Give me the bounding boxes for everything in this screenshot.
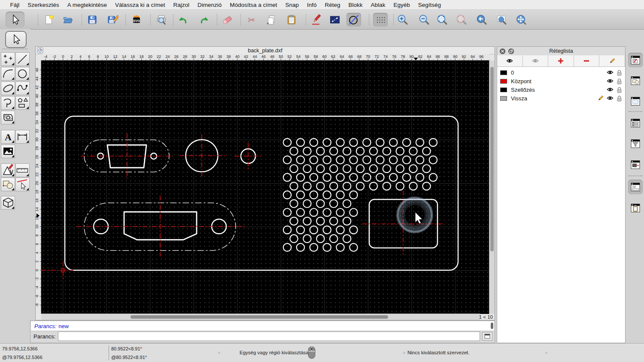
menu-m-dos-tsa-a-c-met[interactable]: Módosítsa a címet [226,2,281,8]
redo-icon[interactable] [197,13,212,27]
menu-ablak[interactable]: Ablak [367,2,389,8]
zoom-out-icon[interactable] [417,13,431,27]
hatch-tool[interactable] [1,111,15,124]
new-document-icon[interactable] [42,13,56,27]
palette-select-button[interactable] [5,31,27,48]
menu-seg-ts-g[interactable]: Segítség [414,2,445,8]
dimension-tool[interactable] [15,130,30,144]
grid-icon[interactable] [373,13,388,27]
draw-pencil-icon[interactable] [309,13,324,27]
layer-visibility-eye-icon[interactable] [607,96,614,101]
menu-inf-[interactable]: Infó [303,2,321,8]
library-browser-dock[interactable] [628,94,643,109]
zoom-selection-icon [454,13,469,27]
entity-list-dock[interactable] [628,116,643,130]
menu-r-teg[interactable]: Réteg [321,2,344,8]
filter-dock[interactable] [628,136,643,151]
polygon-tool[interactable] [15,96,30,110]
command-history-scrollbar[interactable] [491,323,493,329]
pan-icon[interactable] [514,13,529,27]
command-options-button[interactable] [482,332,492,341]
remove-layer-icon[interactable] [574,55,600,66]
svg-text:✂: ✂ [248,15,255,25]
menu-dimenzi-[interactable]: Dimenzió [193,2,225,8]
polyline-tool[interactable] [1,96,15,110]
zoom-previous-icon[interactable] [474,13,489,27]
menu-egy-b[interactable]: Egyéb [389,2,414,8]
layer-lock-icon[interactable] [617,78,622,84]
undo-icon[interactable] [175,13,190,27]
show-all-eye-icon[interactable] [497,55,523,66]
horizontal-ruler: -4-2024681012141618202224262830323436384… [41,54,490,60]
misc-tools[interactable] [1,163,15,177]
command-input[interactable] [58,332,480,341]
trim-tool[interactable] [15,178,30,191]
layer-visibility-eye-icon[interactable] [607,78,614,84]
svg-export-icon[interactable]: SVG [129,13,144,27]
drawing-canvas[interactable] [41,60,490,314]
menu-snap[interactable]: Snap [281,2,303,8]
svg-text:26: 26 [174,54,179,59]
submenu-corner-icon [12,121,14,124]
points-tool[interactable] [1,52,15,66]
cube-3d-tool[interactable] [1,196,15,210]
layer-row[interactable]: 0 [497,68,625,77]
zoom-extents-icon[interactable] [435,13,450,27]
vertical-scrollbar-thumb[interactable] [490,67,494,251]
zoom-window-icon[interactable] [494,13,509,27]
zoom-in-icon[interactable] [395,13,410,27]
lights-dock[interactable] [628,157,643,172]
svg-text:10: 10 [36,224,39,229]
horizontal-scrollbar-thumb[interactable] [131,315,388,319]
add-layer-icon[interactable] [548,55,574,66]
clipboard-dock[interactable] [628,201,643,215]
modify-tool[interactable] [1,178,15,191]
save-icon[interactable] [85,13,100,27]
close-icon[interactable] [499,48,506,54]
open-file-icon[interactable] [61,13,75,27]
menu-v-lassza-ki-a-c-met[interactable]: Válassza ki a címet [111,2,169,8]
measure-ruler-tool[interactable] [15,163,30,177]
save-as-icon[interactable] [106,13,120,27]
layer-lock-icon[interactable] [617,87,622,93]
text-tool[interactable]: A [1,130,15,144]
paste-icon[interactable] [284,13,299,27]
layer-row[interactable]: Vissza [497,94,625,103]
edit-layer-icon[interactable] [599,55,625,66]
svg-text:40: 40 [235,54,240,59]
layer-row[interactable]: Központ [497,77,625,85]
arc-tool[interactable] [1,67,15,81]
layer-row[interactable]: Szellőzés [497,85,625,94]
dimension-icon[interactable] [328,13,342,27]
ellipse-tool[interactable] [1,81,15,95]
eraser-icon[interactable] [220,13,234,27]
print-preview-icon[interactable] [154,13,169,27]
menu-szerkeszt-s[interactable]: Szerkesztés [24,2,64,8]
menu-blokk[interactable]: Blokk [344,2,367,8]
menu-f-jl[interactable]: Fájl [6,2,24,8]
spline-tool[interactable] [15,81,30,95]
layer-visibility-eye-icon[interactable] [607,87,614,92]
image-tool[interactable] [1,145,15,158]
cut-icon[interactable]: ✂ [244,13,259,27]
line-tool[interactable] [15,52,30,66]
command-prompt-label: Parancs: [33,333,55,340]
circle-line-icon[interactable] [346,13,361,27]
hide-all-eye-icon[interactable] [523,55,549,66]
layer-list-dock[interactable] [628,53,643,67]
svg-text:32: 32 [36,129,39,133]
vertical-scrollbar[interactable] [489,60,495,314]
menu-rajzol[interactable]: Rajzol [169,2,194,8]
menu-a-megtekint-se[interactable]: A megtekintése [63,2,111,8]
copy-icon[interactable] [264,13,279,27]
command-widget-dock[interactable] [628,180,643,194]
layer-visibility-eye-icon[interactable] [607,70,614,75]
horizontal-scrollbar[interactable] [41,314,480,320]
layer-lock-icon[interactable] [617,69,622,76]
toolbar-separator [217,14,218,25]
select-tool-button[interactable] [6,12,24,27]
circle-tool[interactable] [15,67,30,81]
layer-lock-icon[interactable] [617,95,622,102]
block-list-dock[interactable] [628,73,643,88]
float-panel-icon[interactable] [508,48,514,54]
